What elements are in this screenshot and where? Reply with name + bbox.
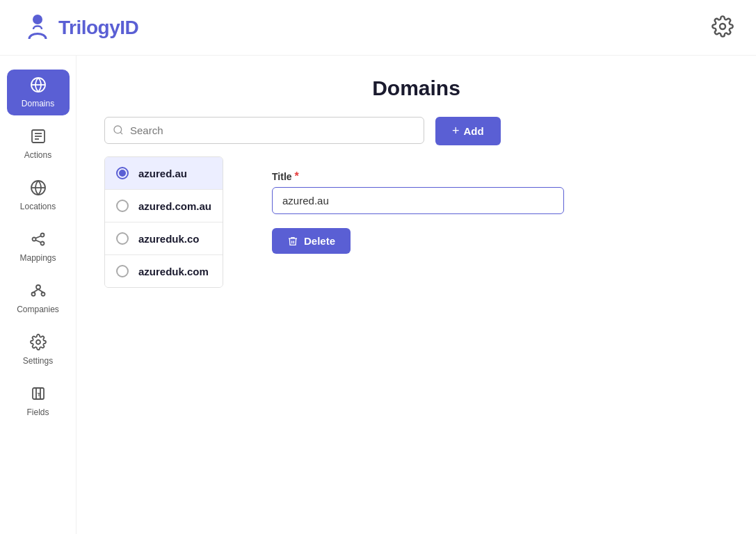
delete-button[interactable]: Delete — [272, 228, 351, 254]
domain-row-0[interactable]: azured.au — [105, 157, 223, 190]
sidebar-item-domains[interactable]: Domains — [7, 70, 70, 115]
radio-azureduk-com[interactable] — [116, 265, 129, 277]
search-input[interactable] — [104, 117, 424, 144]
delete-button-label: Delete — [304, 235, 335, 247]
svg-line-18 — [33, 289, 38, 293]
domain-name-0: azured.au — [138, 168, 187, 179]
svg-point-11 — [40, 234, 44, 237]
domain-list: azured.au azured.com.au azureduk.co azur… — [104, 156, 223, 288]
svg-point-0 — [33, 15, 42, 24]
sidebar-item-locations[interactable]: Locations — [7, 172, 70, 218]
gear-button[interactable] — [711, 15, 734, 40]
main-layout: Domains Actions Locations — [0, 56, 756, 534]
content-row: azured.au azured.com.au azureduk.co azur… — [104, 156, 728, 288]
mappings-icon — [30, 231, 47, 250]
domain-name-2: azureduk.co — [138, 233, 200, 245]
svg-line-19 — [38, 289, 43, 293]
radio-azured-com-au[interactable] — [116, 200, 129, 212]
actions-icon — [30, 128, 47, 147]
radio-azured-au[interactable] — [116, 167, 129, 179]
settings-icon — [30, 334, 47, 353]
logo-text: TrilogyID — [58, 17, 138, 39]
svg-line-14 — [35, 241, 40, 243]
svg-point-15 — [36, 285, 40, 289]
svg-point-1 — [720, 24, 725, 29]
companies-icon — [30, 282, 47, 302]
sidebar-item-domains-label: Domains — [22, 99, 54, 108]
sidebar-item-mappings[interactable]: Mappings — [7, 224, 70, 270]
domain-row-3[interactable]: azureduk.com — [105, 255, 223, 287]
right-panel: Title * Delete — [251, 156, 585, 288]
add-button-label: Add — [464, 125, 484, 137]
add-button[interactable]: + Add — [435, 117, 501, 145]
search-add-row: + Add — [104, 117, 728, 145]
svg-point-10 — [32, 238, 35, 241]
sidebar-item-mappings-label: Mappings — [19, 253, 56, 263]
sidebar-item-locations-label: Locations — [20, 202, 56, 211]
header: TrilogyID — [0, 0, 756, 56]
fields-icon: T — [30, 385, 47, 405]
svg-text:T: T — [37, 391, 40, 398]
main-content: Domains + Add azured — [77, 56, 756, 534]
domain-row-1[interactable]: azured.com.au — [105, 190, 223, 222]
title-input[interactable] — [272, 187, 564, 214]
svg-line-13 — [35, 236, 40, 238]
sidebar-item-fields[interactable]: T Fields — [7, 378, 70, 424]
locations-icon — [30, 179, 47, 199]
search-wrapper — [104, 117, 424, 145]
logo-icon — [22, 13, 53, 43]
gear-icon — [711, 15, 734, 38]
page-title: Domains — [104, 76, 728, 100]
svg-point-25 — [114, 126, 122, 134]
required-star: * — [295, 170, 299, 183]
svg-point-16 — [31, 293, 35, 296]
domain-name-1: azured.com.au — [138, 200, 211, 212]
sidebar-item-actions-label: Actions — [24, 150, 51, 160]
sidebar-item-settings[interactable]: Settings — [7, 327, 70, 373]
sidebar-item-settings-label: Settings — [23, 356, 53, 366]
domain-name-3: azureduk.com — [138, 266, 209, 277]
search-icon — [113, 124, 124, 138]
sidebar-item-companies-label: Companies — [17, 305, 59, 314]
svg-point-17 — [41, 293, 45, 296]
add-plus-icon: + — [452, 124, 460, 138]
title-field-label: Title * — [272, 170, 564, 183]
logo: TrilogyID — [22, 13, 138, 43]
svg-line-26 — [120, 132, 122, 134]
svg-point-12 — [40, 242, 44, 245]
radio-azureduk-co[interactable] — [116, 232, 129, 245]
sidebar-item-actions[interactable]: Actions — [7, 121, 70, 167]
domains-icon — [30, 76, 47, 96]
trash-icon — [287, 236, 298, 247]
svg-point-20 — [36, 340, 40, 344]
sidebar: Domains Actions Locations — [0, 56, 77, 534]
sidebar-item-fields-label: Fields — [26, 407, 49, 417]
domain-row-2[interactable]: azureduk.co — [105, 222, 223, 255]
sidebar-item-companies[interactable]: Companies — [7, 275, 70, 321]
